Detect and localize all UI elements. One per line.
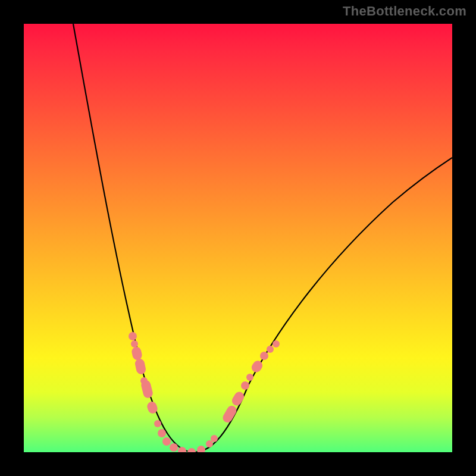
highlight-dot [129,332,137,340]
highlight-dot [267,346,274,353]
highlight-pill [221,404,239,424]
highlight-pill [140,380,154,399]
chart-frame: TheBottleneck.com [0,0,476,476]
highlight-dot [154,420,161,427]
curve-svg [24,24,452,452]
highlight-dot [170,443,178,452]
highlight-pill [131,346,143,361]
highlight-pill [134,358,146,375]
plot-area [24,24,452,452]
highlight-dot [187,448,196,452]
highlight-dot [197,446,205,452]
highlight-dot [211,435,218,442]
highlight-dot [273,340,280,347]
watermark-text: TheBottleneck.com [343,4,466,19]
highlight-dot [246,374,253,381]
highlight-dot [206,440,213,447]
highlight-dot [131,340,138,347]
highlight-dot [241,381,249,390]
highlight-dot [162,437,171,446]
highlight-dot [158,429,166,437]
bottleneck-curve [73,24,452,452]
highlight-dot [178,447,186,452]
highlight-dot [260,352,268,360]
highlight-dots [129,332,280,452]
highlight-pill [230,390,246,408]
